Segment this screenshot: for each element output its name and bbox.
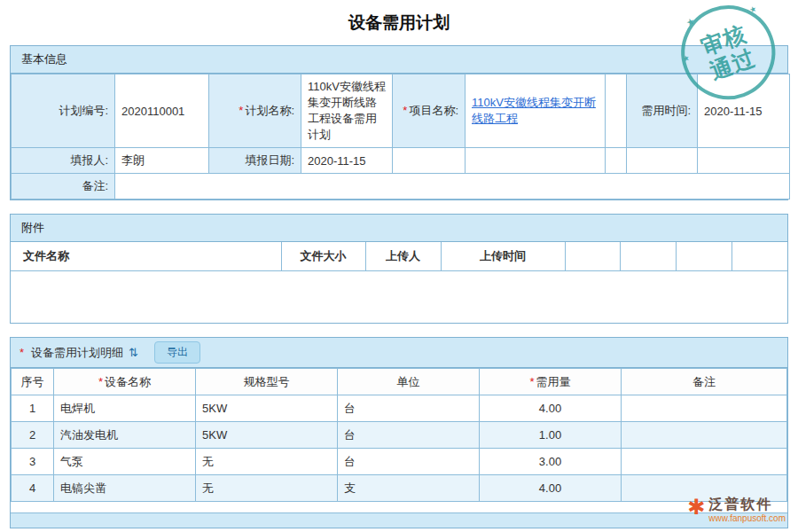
- empty-cell: [698, 148, 790, 174]
- remark-value: [115, 174, 790, 200]
- col-uploader: 上传人: [365, 242, 441, 271]
- page-title: 设备需用计划: [0, 0, 798, 45]
- col-qty: *需用量: [480, 369, 622, 395]
- cell-spec: 5KW: [196, 422, 338, 449]
- detail-section-title: 设备需用计划明细: [31, 345, 123, 361]
- attachments-table: 文件名称 文件大小 上传人 上传时间: [11, 242, 787, 271]
- cell-unit: 支: [338, 475, 480, 502]
- cell-seq: 1: [12, 395, 54, 422]
- cell-equipment-name: 电镐尖凿: [54, 475, 196, 502]
- col-seq: 序号: [12, 369, 54, 395]
- cell-spec: 无: [196, 475, 338, 502]
- cell-remark: [622, 422, 787, 449]
- cell-spec: 无: [196, 449, 338, 475]
- cell-qty: 3.00: [480, 449, 622, 475]
- cell-seq: 2: [12, 422, 54, 449]
- project-name-value: 110kV安徽线程集变开断线路工程: [466, 74, 606, 148]
- col-label: 设备名称: [105, 375, 151, 388]
- col-unit: 单位: [338, 369, 480, 395]
- empty-cell: [606, 148, 627, 174]
- basic-info-header: 基本信息: [11, 46, 787, 74]
- field-label: 需用时间:: [641, 104, 691, 117]
- plan-name-value: 110kV安徽线程集变开断线路工程设备需用计划: [301, 74, 393, 148]
- empty-cell: [620, 242, 676, 271]
- col-spec-model: 规格型号: [196, 369, 338, 395]
- remark-label: 备注:: [12, 174, 115, 200]
- cell-equipment-name: 电焊机: [54, 395, 196, 422]
- need-date-label: 需用时间:: [627, 74, 698, 148]
- cell-spec: 5KW: [196, 395, 338, 422]
- cell-qty: 4.00: [480, 475, 622, 502]
- basic-info-row-3: 备注:: [12, 174, 790, 200]
- detail-footer-strip: [11, 512, 787, 528]
- project-name-label: *项目名称:: [393, 74, 466, 148]
- field-label: 填报人:: [70, 153, 108, 167]
- basic-info-section: 基本信息 计划编号: 2020110001 *计划名称: 110kV安徽线程集变…: [10, 45, 788, 200]
- page: 设备需用计划 ★ ★ ★ 审核通过 基本信息 计划编号: 2020110001 …: [0, 0, 798, 532]
- plan-name-label: *计划名称:: [209, 74, 301, 148]
- col-file-size: 文件大小: [281, 242, 365, 271]
- empty-cell: [627, 148, 698, 174]
- table-row: 4 电镐尖凿 无 支 4.00: [12, 475, 787, 502]
- reporter-value: 李朗: [115, 148, 209, 174]
- field-label: 计划名称:: [245, 104, 294, 117]
- detail-empty-space: [11, 502, 787, 512]
- cell-unit: 台: [338, 422, 480, 449]
- empty-cell: [732, 242, 787, 271]
- attachments-header: 附件: [11, 215, 787, 242]
- basic-info-row-2: 填报人: 李朗 填报日期: 2020-11-15: [12, 148, 790, 174]
- cell-remark: [622, 449, 787, 475]
- field-label: 项目名称:: [409, 104, 458, 117]
- project-link[interactable]: 110kV安徽线程集变开断线路工程: [472, 96, 596, 125]
- basic-info-table: 计划编号: 2020110001 *计划名称: 110kV安徽线程集变开断线路工…: [11, 74, 790, 200]
- table-row: 2 汽油发电机 5KW 台 1.00: [12, 422, 787, 449]
- detail-section: * 设备需用计划明细 ⇅ 导出 序号 *设备名称 规格型号 单位 *需用量 备注…: [10, 337, 788, 528]
- cell-seq: 4: [12, 475, 54, 502]
- cell-unit: 台: [338, 449, 480, 475]
- brand-name: 泛普软件: [708, 497, 786, 512]
- brand-url: www.fanpusoft.com: [708, 513, 786, 524]
- required-marker: *: [403, 104, 407, 117]
- sort-icon[interactable]: ⇅: [129, 346, 138, 359]
- col-equipment-name: *设备名称: [54, 369, 196, 395]
- brand-text: 泛普软件 www.fanpusoft.com: [708, 497, 786, 523]
- empty-cell: [565, 242, 620, 271]
- cell-equipment-name: 汽油发电机: [54, 422, 196, 449]
- required-marker: *: [20, 346, 24, 359]
- reporter-label: 填报人:: [12, 148, 115, 174]
- report-date-label: 填报日期:: [209, 148, 301, 174]
- report-date-value: 2020-11-15: [301, 148, 393, 174]
- col-file-name: 文件名称: [11, 242, 281, 271]
- empty-cell: [466, 148, 606, 174]
- required-marker: *: [98, 375, 103, 388]
- brand-logo: ✱ 泛普软件 www.fanpusoft.com: [687, 497, 786, 523]
- required-marker: *: [239, 104, 243, 117]
- cell-equipment-name: 气泵: [54, 449, 196, 475]
- export-button[interactable]: 导出: [154, 341, 200, 364]
- field-label: 备注:: [82, 179, 108, 192]
- col-label: 需用量: [536, 375, 571, 388]
- attachments-header-row: 文件名称 文件大小 上传人 上传时间: [11, 242, 787, 271]
- cell-remark: [622, 395, 787, 422]
- detail-table: 序号 *设备名称 规格型号 单位 *需用量 备注 1 电焊机 5KW 台 4.0…: [11, 368, 787, 502]
- table-row: 3 气泵 无 台 3.00: [12, 449, 787, 475]
- col-remark: 备注: [622, 369, 787, 395]
- need-date-value: 2020-11-15: [698, 74, 790, 148]
- field-label: 计划编号:: [59, 104, 108, 117]
- fanpu-logo-icon: ✱: [687, 497, 705, 518]
- field-label: 填报日期:: [245, 153, 294, 167]
- cell-qty: 4.00: [480, 395, 622, 422]
- plan-no-value: 2020110001: [115, 74, 209, 148]
- empty-cell: [393, 148, 466, 174]
- plan-no-label: 计划编号:: [12, 74, 115, 148]
- cell-seq: 3: [12, 449, 54, 475]
- empty-cell: [676, 242, 732, 271]
- detail-section-header: * 设备需用计划明细 ⇅ 导出: [11, 338, 787, 368]
- cell-unit: 台: [338, 395, 480, 422]
- table-row: 1 电焊机 5KW 台 4.00: [12, 395, 787, 422]
- cell-qty: 1.00: [480, 422, 622, 449]
- detail-header-row: 序号 *设备名称 规格型号 单位 *需用量 备注: [12, 369, 787, 395]
- col-upload-time: 上传时间: [441, 242, 565, 271]
- basic-info-row-1: 计划编号: 2020110001 *计划名称: 110kV安徽线程集变开断线路工…: [12, 74, 790, 148]
- attachments-empty-body: [11, 271, 787, 323]
